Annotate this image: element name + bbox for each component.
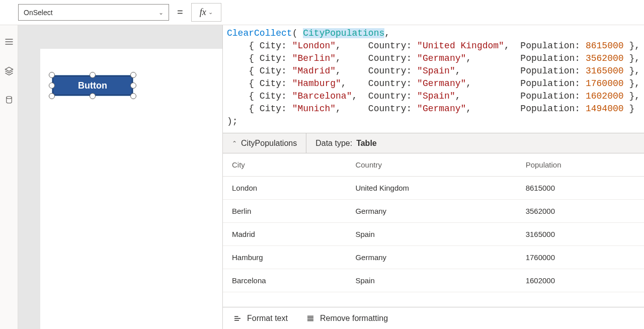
formula-toolbar: OnSelect ⌄ = fx ⌄: [0, 0, 644, 25]
table-cell: Madrid: [223, 223, 346, 246]
formula-footer: Format text Remove formatting: [223, 307, 644, 329]
formula-panel: ClearCollect( CityPopulations, { City: "…: [222, 25, 644, 329]
table-row[interactable]: LondonUnited Kingdom8615000: [223, 177, 644, 200]
remove-formatting-label: Remove formatting: [320, 314, 388, 323]
layers-icon[interactable]: [4, 65, 15, 76]
result-table[interactable]: CityCountryPopulation LondonUnited Kingd…: [223, 153, 644, 307]
table-cell: 3165000: [517, 223, 644, 246]
table-cell: London: [223, 177, 346, 200]
property-name: OnSelect: [24, 9, 53, 17]
table-cell: Barcelona: [223, 269, 346, 292]
selected-control-wrap[interactable]: Button: [52, 75, 133, 96]
table-cell: 3562000: [517, 200, 644, 223]
resize-handle[interactable]: [90, 93, 96, 99]
svg-point-0: [6, 97, 12, 99]
canvas-button[interactable]: Button: [52, 75, 133, 96]
data-icon[interactable]: [4, 95, 15, 106]
format-text-label: Format text: [247, 314, 288, 323]
table-cell: Berlin: [223, 200, 346, 223]
resize-handle[interactable]: [130, 83, 136, 89]
column-header[interactable]: City: [223, 153, 346, 177]
chevron-down-icon: ⌄: [158, 9, 164, 16]
remove-formatting-button[interactable]: Remove formatting: [306, 314, 388, 323]
table-cell: 8615000: [517, 177, 644, 200]
canvas-button-label: Button: [78, 80, 107, 91]
column-header[interactable]: Population: [517, 153, 644, 177]
result-collection-name: CityPopulations: [241, 139, 297, 148]
canvas-area[interactable]: Button: [18, 25, 222, 329]
hamburger-icon[interactable]: [4, 36, 15, 47]
fx-label: fx: [200, 7, 206, 18]
table-cell: 1760000: [517, 246, 644, 269]
table-cell: Germany: [346, 246, 516, 269]
left-rail: [0, 25, 18, 329]
result-type-cell: Data type: Table: [306, 133, 386, 153]
table-row[interactable]: BarcelonaSpain1602000: [223, 269, 644, 292]
chevron-down-icon: ⌄: [208, 9, 213, 16]
fx-dropdown[interactable]: fx ⌄: [191, 3, 221, 22]
result-name-cell[interactable]: ⌃ CityPopulations: [223, 133, 306, 153]
result-header: ⌃ CityPopulations Data type: Table: [223, 133, 644, 153]
format-text-button[interactable]: Format text: [233, 314, 288, 323]
property-selector[interactable]: OnSelect ⌄: [18, 4, 169, 21]
resize-handle[interactable]: [49, 93, 55, 99]
table-cell: Spain: [346, 223, 516, 246]
table-row[interactable]: BerlinGermany3562000: [223, 200, 644, 223]
table-cell: Spain: [346, 269, 516, 292]
resize-handle[interactable]: [49, 72, 55, 78]
equals-sign: =: [175, 7, 185, 18]
column-header[interactable]: Country: [346, 153, 516, 177]
chevron-up-icon: ⌃: [232, 140, 237, 147]
table-cell: Hamburg: [223, 246, 346, 269]
table-row[interactable]: HamburgGermany1760000: [223, 246, 644, 269]
formula-editor[interactable]: ClearCollect( CityPopulations, { City: "…: [223, 25, 644, 133]
resize-handle[interactable]: [49, 83, 55, 89]
result-type-prefix: Data type:: [315, 139, 352, 148]
result-type-value: Table: [356, 139, 377, 148]
table-cell: 1602000: [517, 269, 644, 292]
table-cell: Germany: [346, 200, 516, 223]
resize-handle[interactable]: [130, 93, 136, 99]
resize-handle[interactable]: [130, 72, 136, 78]
table-cell: United Kingdom: [346, 177, 516, 200]
table-row[interactable]: MadridSpain3165000: [223, 223, 644, 246]
resize-handle[interactable]: [90, 72, 96, 78]
